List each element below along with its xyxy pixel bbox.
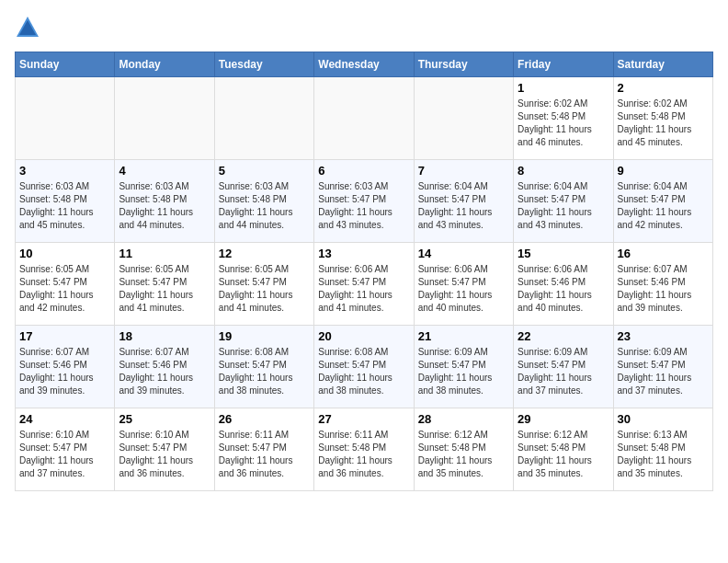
day-info: Sunrise: 6:06 AMSunset: 5:47 PMDaylight:… bbox=[318, 263, 409, 315]
day-number: 7 bbox=[418, 164, 509, 178]
day-info: Sunrise: 6:08 AMSunset: 5:47 PMDaylight:… bbox=[318, 346, 409, 397]
calendar-cell: 28Sunrise: 6:12 AMSunset: 5:48 PMDayligh… bbox=[414, 408, 513, 491]
weekday-header-friday: Friday bbox=[514, 52, 613, 77]
calendar-cell: 8Sunrise: 6:04 AMSunset: 5:47 PMDaylight… bbox=[514, 160, 613, 243]
calendar-cell: 30Sunrise: 6:13 AMSunset: 5:48 PMDayligh… bbox=[613, 408, 712, 491]
calendar-cell bbox=[115, 77, 214, 160]
calendar-week-row: 3Sunrise: 6:03 AMSunset: 5:48 PMDaylight… bbox=[16, 160, 713, 243]
day-info: Sunrise: 6:06 AMSunset: 5:46 PMDaylight:… bbox=[518, 263, 609, 315]
logo bbox=[15, 15, 44, 40]
day-number: 30 bbox=[618, 412, 709, 426]
calendar-cell: 11Sunrise: 6:05 AMSunset: 5:47 PMDayligh… bbox=[115, 243, 214, 326]
day-info: Sunrise: 6:04 AMSunset: 5:47 PMDaylight:… bbox=[518, 180, 609, 232]
day-number: 4 bbox=[119, 164, 210, 178]
day-number: 17 bbox=[19, 329, 110, 343]
day-info: Sunrise: 6:12 AMSunset: 5:48 PMDaylight:… bbox=[518, 429, 609, 480]
day-info: Sunrise: 6:11 AMSunset: 5:48 PMDaylight:… bbox=[318, 429, 409, 480]
calendar-cell: 19Sunrise: 6:08 AMSunset: 5:47 PMDayligh… bbox=[214, 326, 313, 408]
day-number: 29 bbox=[518, 412, 609, 426]
day-info: Sunrise: 6:07 AMSunset: 5:46 PMDaylight:… bbox=[19, 346, 110, 397]
calendar-cell: 1Sunrise: 6:02 AMSunset: 5:48 PMDaylight… bbox=[514, 77, 613, 160]
day-number: 28 bbox=[418, 412, 509, 426]
weekday-header-tuesday: Tuesday bbox=[214, 52, 313, 77]
calendar-cell: 7Sunrise: 6:04 AMSunset: 5:47 PMDaylight… bbox=[414, 160, 513, 243]
day-info: Sunrise: 6:03 AMSunset: 5:48 PMDaylight:… bbox=[219, 180, 310, 232]
day-number: 10 bbox=[19, 247, 110, 260]
day-info: Sunrise: 6:02 AMSunset: 5:48 PMDaylight:… bbox=[518, 98, 609, 149]
day-number: 25 bbox=[119, 412, 210, 426]
calendar-cell: 23Sunrise: 6:09 AMSunset: 5:47 PMDayligh… bbox=[613, 326, 712, 408]
calendar-header-row: SundayMondayTuesdayWednesdayThursdayFrid… bbox=[16, 52, 713, 77]
day-info: Sunrise: 6:04 AMSunset: 5:47 PMDaylight:… bbox=[618, 180, 709, 232]
logo-icon bbox=[15, 15, 40, 40]
day-info: Sunrise: 6:05 AMSunset: 5:47 PMDaylight:… bbox=[219, 263, 310, 315]
day-number: 1 bbox=[518, 81, 609, 95]
calendar-week-row: 1Sunrise: 6:02 AMSunset: 5:48 PMDaylight… bbox=[16, 77, 713, 160]
weekday-header-monday: Monday bbox=[115, 52, 214, 77]
day-number: 13 bbox=[318, 247, 409, 260]
day-info: Sunrise: 6:05 AMSunset: 5:47 PMDaylight:… bbox=[119, 263, 210, 315]
calendar-cell: 6Sunrise: 6:03 AMSunset: 5:47 PMDaylight… bbox=[314, 160, 414, 243]
day-info: Sunrise: 6:10 AMSunset: 5:47 PMDaylight:… bbox=[119, 429, 210, 480]
day-number: 2 bbox=[618, 81, 709, 95]
day-info: Sunrise: 6:07 AMSunset: 5:46 PMDaylight:… bbox=[119, 346, 210, 397]
weekday-header-thursday: Thursday bbox=[414, 52, 513, 77]
calendar-cell: 26Sunrise: 6:11 AMSunset: 5:47 PMDayligh… bbox=[214, 408, 313, 491]
day-info: Sunrise: 6:09 AMSunset: 5:47 PMDaylight:… bbox=[618, 346, 709, 397]
calendar-cell: 18Sunrise: 6:07 AMSunset: 5:46 PMDayligh… bbox=[115, 326, 214, 408]
calendar-cell: 25Sunrise: 6:10 AMSunset: 5:47 PMDayligh… bbox=[115, 408, 214, 491]
day-info: Sunrise: 6:05 AMSunset: 5:47 PMDaylight:… bbox=[19, 263, 110, 315]
calendar-cell: 27Sunrise: 6:11 AMSunset: 5:48 PMDayligh… bbox=[314, 408, 414, 491]
day-number: 22 bbox=[518, 329, 609, 343]
day-info: Sunrise: 6:13 AMSunset: 5:48 PMDaylight:… bbox=[618, 429, 709, 480]
calendar-cell: 3Sunrise: 6:03 AMSunset: 5:48 PMDaylight… bbox=[16, 160, 115, 243]
day-info: Sunrise: 6:07 AMSunset: 5:46 PMDaylight:… bbox=[618, 263, 709, 315]
day-info: Sunrise: 6:10 AMSunset: 5:47 PMDaylight:… bbox=[19, 429, 110, 480]
page-header bbox=[15, 15, 713, 40]
calendar-cell bbox=[314, 77, 414, 160]
weekday-header-wednesday: Wednesday bbox=[314, 52, 414, 77]
day-number: 18 bbox=[119, 329, 210, 343]
day-number: 19 bbox=[219, 329, 310, 343]
calendar-cell: 5Sunrise: 6:03 AMSunset: 5:48 PMDaylight… bbox=[214, 160, 313, 243]
calendar-cell bbox=[414, 77, 513, 160]
day-info: Sunrise: 6:12 AMSunset: 5:48 PMDaylight:… bbox=[418, 429, 509, 480]
day-info: Sunrise: 6:03 AMSunset: 5:48 PMDaylight:… bbox=[19, 180, 110, 232]
calendar-cell: 9Sunrise: 6:04 AMSunset: 5:47 PMDaylight… bbox=[613, 160, 712, 243]
calendar-table: SundayMondayTuesdayWednesdayThursdayFrid… bbox=[15, 52, 713, 491]
calendar-cell: 4Sunrise: 6:03 AMSunset: 5:48 PMDaylight… bbox=[115, 160, 214, 243]
day-number: 24 bbox=[19, 412, 110, 426]
day-number: 23 bbox=[618, 329, 709, 343]
day-number: 8 bbox=[518, 164, 609, 178]
day-number: 16 bbox=[618, 247, 709, 260]
day-info: Sunrise: 6:09 AMSunset: 5:47 PMDaylight:… bbox=[518, 346, 609, 397]
calendar-cell: 20Sunrise: 6:08 AMSunset: 5:47 PMDayligh… bbox=[314, 326, 414, 408]
day-info: Sunrise: 6:06 AMSunset: 5:47 PMDaylight:… bbox=[418, 263, 509, 315]
calendar-body: 1Sunrise: 6:02 AMSunset: 5:48 PMDaylight… bbox=[16, 77, 713, 491]
calendar-cell: 12Sunrise: 6:05 AMSunset: 5:47 PMDayligh… bbox=[214, 243, 313, 326]
day-info: Sunrise: 6:09 AMSunset: 5:47 PMDaylight:… bbox=[418, 346, 509, 397]
calendar-week-row: 24Sunrise: 6:10 AMSunset: 5:47 PMDayligh… bbox=[16, 408, 713, 491]
day-info: Sunrise: 6:02 AMSunset: 5:48 PMDaylight:… bbox=[618, 98, 709, 149]
day-number: 14 bbox=[418, 247, 509, 260]
day-number: 27 bbox=[318, 412, 409, 426]
calendar-cell: 24Sunrise: 6:10 AMSunset: 5:47 PMDayligh… bbox=[16, 408, 115, 491]
day-info: Sunrise: 6:03 AMSunset: 5:47 PMDaylight:… bbox=[318, 180, 409, 232]
calendar-cell: 22Sunrise: 6:09 AMSunset: 5:47 PMDayligh… bbox=[514, 326, 613, 408]
day-number: 15 bbox=[518, 247, 609, 260]
day-info: Sunrise: 6:04 AMSunset: 5:47 PMDaylight:… bbox=[418, 180, 509, 232]
day-number: 20 bbox=[318, 329, 409, 343]
day-number: 11 bbox=[119, 247, 210, 260]
calendar-cell bbox=[214, 77, 313, 160]
calendar-cell: 14Sunrise: 6:06 AMSunset: 5:47 PMDayligh… bbox=[414, 243, 513, 326]
calendar-cell bbox=[16, 77, 115, 160]
calendar-cell: 10Sunrise: 6:05 AMSunset: 5:47 PMDayligh… bbox=[16, 243, 115, 326]
calendar-week-row: 10Sunrise: 6:05 AMSunset: 5:47 PMDayligh… bbox=[16, 243, 713, 326]
day-number: 5 bbox=[219, 164, 310, 178]
day-number: 9 bbox=[618, 164, 709, 178]
day-info: Sunrise: 6:08 AMSunset: 5:47 PMDaylight:… bbox=[219, 346, 310, 397]
day-number: 26 bbox=[219, 412, 310, 426]
day-info: Sunrise: 6:03 AMSunset: 5:48 PMDaylight:… bbox=[119, 180, 210, 232]
calendar-week-row: 17Sunrise: 6:07 AMSunset: 5:46 PMDayligh… bbox=[16, 326, 713, 408]
day-number: 12 bbox=[219, 247, 310, 260]
